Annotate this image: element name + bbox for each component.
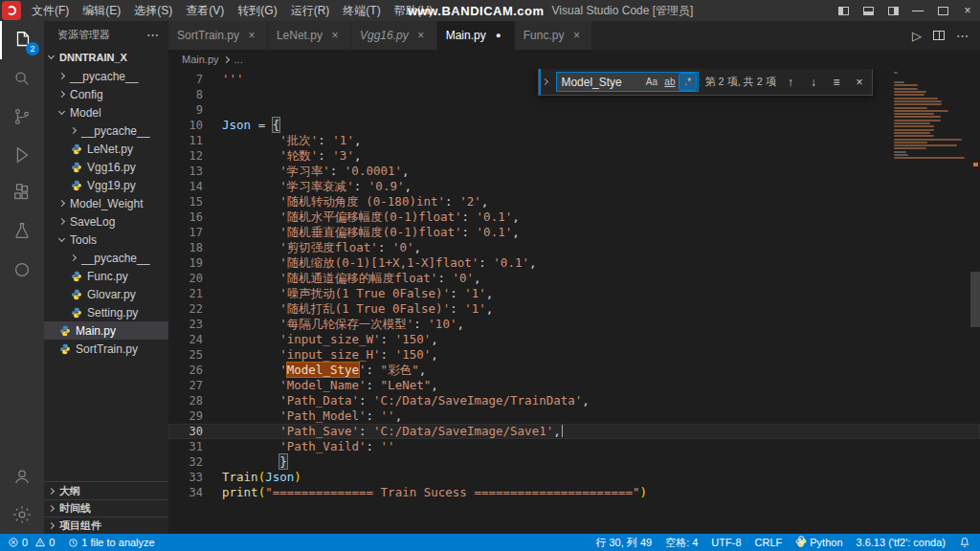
minimap[interactable] [894,71,969,161]
tree-item-Config[interactable]: Config [44,85,168,103]
menu-item[interactable]: 转到(G) [231,0,283,21]
account-icon[interactable] [0,457,44,496]
find-toggle-replace-icon[interactable] [539,69,550,95]
tree-item-LeNet.py[interactable]: LeNet.py [44,140,168,158]
tree-item-Model[interactable]: Model [44,103,168,121]
code-line[interactable]: 9 [168,102,980,118]
code-line[interactable]: 16 '随机水平偏移幅度(0-1)float': '0.1', [168,209,980,225]
status-item-空格: 4[interactable]: 空格: 4 [663,534,700,551]
menu-item[interactable]: 选择(S) [127,0,179,21]
status-item-行 30, 列 49[interactable]: 行 30, 列 49 [593,534,654,551]
extensions-icon[interactable] [0,174,44,212]
minimize-button[interactable]: — [905,0,930,21]
code-line[interactable]: 28 'Path_Data': 'C:/Data/SaveImage/Train… [168,393,980,408]
tab-Main.py[interactable]: Main.py● [437,21,515,50]
dirty-dot-icon[interactable]: ● [492,31,505,40]
tree-item-SortTrain.py[interactable]: SortTrain.py [44,340,168,358]
settings-gear-icon[interactable] [0,496,44,534]
code-line[interactable]: 23 '每隔几轮保存一次模型': '10', [168,317,980,332]
code-line[interactable]: 26 'Model_Stye': "彩色", [168,363,980,378]
toggle-panel-icon[interactable] [856,0,880,21]
regex-toggle[interactable]: .* [679,74,696,90]
workspace-root[interactable]: DNNTRAIN_X [44,48,168,67]
menu-item[interactable]: 文件(F) [25,0,76,21]
tree-item-Func.py[interactable]: Func.py [44,267,168,285]
match-case-toggle[interactable]: Aa [643,74,659,90]
code-line[interactable]: 13 '学习率': '0.0001', [168,164,980,179]
tab-close-icon[interactable]: × [569,29,583,42]
editor-scrollbar[interactable] [970,272,980,327]
code-line[interactable]: 30 'Path_Save': 'C:/Data/SaveImage/Save1… [168,424,980,439]
status-item-UTF-8[interactable]: UTF-8 [709,534,743,551]
code-line[interactable]: 12 '轮数': '3', [168,148,980,164]
code-line[interactable]: 15 '随机转动角度 (0-180)int': '2', [168,194,980,209]
menu-item[interactable]: 运行(R) [284,0,337,21]
tree-item-Model_Weight[interactable]: Model_Weight [44,194,168,212]
problems-indicator[interactable]: 0 0 [6,534,56,551]
menu-item[interactable]: 终端(T) [336,0,387,21]
tree-item-SaveLog[interactable]: SaveLog [44,212,168,231]
code-line[interactable]: 11 '批次': '1', [168,133,980,148]
search-icon[interactable] [0,59,44,98]
code-line[interactable]: 34print("============== Train Sucess ===… [168,485,980,500]
maximize-button[interactable] [930,0,955,21]
find-next-icon[interactable]: ↓ [805,74,822,91]
code-line[interactable]: 27 'Model_Name': "LeNet", [168,378,980,393]
code-line[interactable]: 24 'input_size_W': '150', [168,332,980,347]
code-editor[interactable]: 7'''8910Json = {11 '批次': '1',12 '轮数': '3… [168,69,980,534]
find-in-selection-icon[interactable]: ≡ [828,74,845,91]
code-line[interactable]: 33Train(Json) [168,470,980,485]
find-previous-icon[interactable]: ↑ [782,74,799,91]
section-大纲[interactable]: 大纲 [44,482,168,499]
code-line[interactable]: 14 '学习率衰减': '0.9', [168,179,980,194]
code-line[interactable]: 29 'Path_Model': '', [168,408,980,424]
sonarlint-icon[interactable] [0,251,44,289]
tab-close-icon[interactable]: × [245,29,258,42]
notifications-bell-icon[interactable] [957,534,972,551]
tree-item-__pycache__[interactable]: __pycache__ [44,249,168,267]
tree-item-Vgg19.py[interactable]: Vgg19.py [44,176,168,194]
run-debug-icon[interactable] [0,136,44,174]
breadcrumb[interactable]: Main.py ... [168,50,980,69]
code-line[interactable]: 22 '随机打乱(1 True 0False)': '1', [168,301,980,317]
tab-Vgg16.py[interactable]: Vgg16.py× [351,21,437,50]
menu-item[interactable]: 帮助(H) [388,0,440,21]
status-item-Python[interactable]: Python [793,534,844,551]
tree-item-__pycache__[interactable]: __pycache__ [44,121,168,140]
section-时间线[interactable]: 时间线 [44,499,168,517]
menu-item[interactable]: 查看(V) [179,0,231,21]
more-actions-icon[interactable]: ⋯ [956,29,969,43]
toggle-sidebar-icon[interactable] [831,0,856,21]
testing-icon[interactable] [0,212,44,251]
code-line[interactable]: 10Json = { [168,118,980,133]
tab-SortTrain.py[interactable]: SortTrain.py× [168,21,268,50]
tree-item-Setting.py[interactable]: Setting.py [44,303,168,321]
tab-LeNet.py[interactable]: LeNet.py× [268,21,351,50]
code-line[interactable]: 21 '噪声扰动(1 True 0False)': '1', [168,286,980,301]
analyze-status[interactable]: 1 file to analyze [66,534,156,551]
run-python-file-icon[interactable]: ▷ [912,29,922,43]
menu-item[interactable]: 编辑(E) [76,0,127,21]
close-button[interactable]: × [955,0,980,21]
breadcrumb-symbol[interactable]: ... [234,54,243,65]
breadcrumb-file[interactable]: Main.py [182,54,219,65]
code-line[interactable]: 19 '随机缩放(0-1)[1+X,1-X]flaot': '0.1', [168,255,980,271]
status-item-3.6.13 ('tf2': conda)[interactable]: 3.6.13 ('tf2': conda) [855,534,947,551]
code-line[interactable]: 20 '随机通道偏移的幅度float': '0', [168,271,980,286]
section-项目组件[interactable]: 项目组件 [44,517,168,534]
code-line[interactable]: 31 'Path_Vaild': '' [168,439,980,454]
code-line[interactable]: 32 } [168,454,980,470]
layout-icon[interactable] [880,0,905,21]
tab-Func.py[interactable]: Func.py× [515,21,593,50]
tree-item-Vgg16.py[interactable]: Vgg16.py [44,158,168,176]
find-close-icon[interactable]: × [851,74,868,91]
tree-item-Tools[interactable]: Tools [44,231,168,249]
tree-item-Main.py[interactable]: Main.py [44,321,168,340]
status-item-CRLF[interactable]: CRLF [753,534,785,551]
explorer-more-icon[interactable]: ⋯ [146,28,159,42]
code-line[interactable]: 25 'input_size_H': '150', [168,347,980,363]
tree-item-Glovar.py[interactable]: Glovar.py [44,285,168,303]
whole-word-toggle[interactable]: ab [661,74,678,90]
explorer-icon[interactable]: 2 [0,21,44,59]
tab-close-icon[interactable]: × [414,29,428,42]
